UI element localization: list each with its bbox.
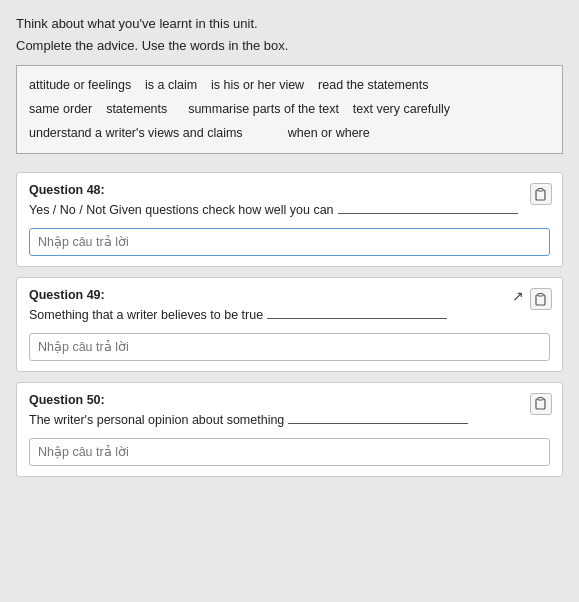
word-box: attitude or feelings is a claim is his o… xyxy=(16,65,563,154)
instruction-line1: Think about what you've learnt in this u… xyxy=(16,14,563,34)
clipboard-icon-49[interactable] xyxy=(530,288,552,310)
question-block-48: Question 48: Yes / No / Not Given questi… xyxy=(16,172,563,267)
question-text-49: Something that a writer believes to be t… xyxy=(29,306,550,325)
clipboard-icon-48[interactable] xyxy=(530,183,552,205)
question-label-48: Question 48: xyxy=(29,183,550,197)
question-block-49: Question 49: Something that a writer bel… xyxy=(16,277,563,372)
answer-input-50[interactable] xyxy=(29,438,550,466)
svg-rect-1 xyxy=(538,188,543,191)
word-6: statements xyxy=(106,102,167,116)
svg-rect-3 xyxy=(538,293,543,296)
blank-50 xyxy=(288,423,468,424)
question-text-50: The writer's personal opinion about some… xyxy=(29,411,550,430)
instructions: Think about what you've learnt in this u… xyxy=(16,14,563,55)
word-3: is his or her view xyxy=(211,78,304,92)
blank-48 xyxy=(338,213,518,214)
question-label-50: Question 50: xyxy=(29,393,550,407)
word-9: understand a writer's views and claims xyxy=(29,126,243,140)
word-4: read the statements xyxy=(318,78,428,92)
question-block-50: Question 50: The writer's personal opini… xyxy=(16,382,563,477)
question-label-49: Question 49: xyxy=(29,288,550,302)
answer-input-48[interactable] xyxy=(29,228,550,256)
answer-input-49[interactable] xyxy=(29,333,550,361)
arrow-icon-49[interactable]: ↗ xyxy=(510,288,526,304)
instruction-line2: Complete the advice. Use the words in th… xyxy=(16,36,563,56)
word-1: attitude or feelings xyxy=(29,78,131,92)
question-text-48: Yes / No / Not Given questions check how… xyxy=(29,201,550,220)
word-5: same order xyxy=(29,102,92,116)
blank-49 xyxy=(267,318,447,319)
word-2: is a claim xyxy=(145,78,197,92)
svg-rect-5 xyxy=(538,398,543,401)
word-10: when or where xyxy=(288,126,370,140)
clipboard-icon-50[interactable] xyxy=(530,393,552,415)
word-8: text very carefully xyxy=(353,102,450,116)
word-7: summarise parts of the text xyxy=(188,102,339,116)
